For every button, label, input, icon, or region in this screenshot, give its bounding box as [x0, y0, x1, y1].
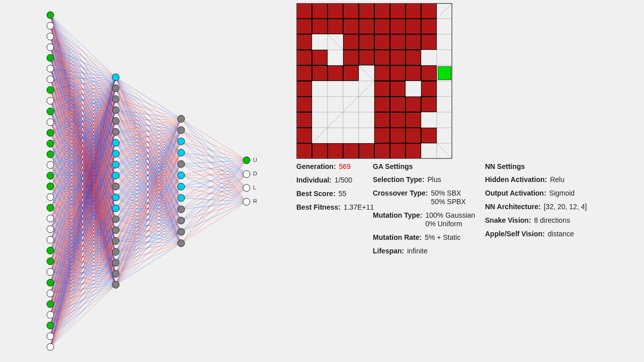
individual-value: 1/500 [335, 176, 352, 185]
hidden-activation-label: Hidden Activation: [485, 175, 547, 184]
generation-value: 569 [339, 162, 351, 171]
best-fitness-value: 1.37E+11 [344, 203, 374, 212]
apple-self-vision-label: Apple/Self Vision: [485, 230, 545, 238]
generation-label: Generation: [296, 162, 336, 171]
output-label-d: D [253, 170, 257, 176]
nn-architecture-label: NN Architecture: [485, 203, 541, 211]
individual-label: Individual: [296, 176, 332, 185]
snake-game-board [296, 3, 452, 159]
lifespan-label: Lifespan: [373, 247, 404, 255]
ga-settings-column: GA Settings Selection Type: Plus Crossov… [373, 162, 485, 260]
output-label-l: L [253, 185, 256, 191]
best-fitness-label: Best Fitness: [296, 203, 341, 212]
mutation-type-label: Mutation Type: [373, 211, 423, 228]
crossover-type-value: 50% SBX 50% SPBX [431, 189, 465, 206]
training-stats-column: Generation: 569 Individual: 1/500 Best S… [296, 162, 373, 260]
selection-type-label: Selection Type: [373, 175, 424, 184]
output-label-u: U [253, 157, 257, 163]
ga-settings-header: GA Settings [373, 162, 485, 170]
nn-architecture-value: [32, 20, 12, 4] [544, 203, 587, 211]
output-activation-value: Sigmoid [549, 189, 575, 198]
nn-settings-column: NN Settings Hidden Activation: Relu Outp… [485, 162, 591, 260]
neural-network-visualization [30, 5, 267, 357]
hidden-activation-value: Relu [550, 175, 565, 184]
mutation-rate-label: Mutation Rate: [373, 233, 422, 242]
best-score-value: 55 [339, 190, 347, 198]
snake-vision-label: Snake Vision: [485, 216, 531, 225]
nn-settings-header: NN Settings [485, 162, 591, 170]
crossover-type-label: Crossover Type: [373, 189, 428, 206]
stats-panel: Generation: 569 Individual: 1/500 Best S… [296, 162, 608, 260]
best-score-label: Best Score: [296, 190, 336, 198]
mutation-rate-value: 5% + Static [425, 233, 460, 242]
snake-vision-value: 8 directions [534, 216, 571, 225]
output-label-r: R [253, 198, 257, 204]
selection-type-value: Plus [427, 175, 441, 184]
output-activation-label: Output Activation: [485, 189, 546, 198]
lifespan-value: infinite [407, 247, 427, 255]
apple-self-vision-value: distance [548, 230, 574, 238]
mutation-type-value: 100% Gaussian 0% Uniform [426, 211, 475, 228]
